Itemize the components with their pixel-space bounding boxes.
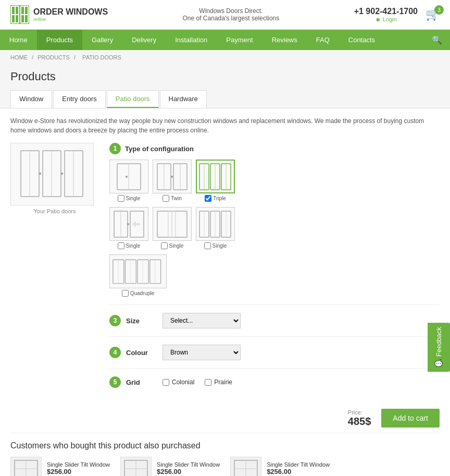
single-r2c-label[interactable]: Single	[204, 242, 227, 249]
feedback-widget-label: Feedback	[435, 327, 443, 357]
svg-point-22	[171, 176, 173, 178]
nav-products[interactable]: Products	[37, 30, 82, 50]
twin-label[interactable]: Twin	[162, 195, 182, 202]
preview-label: Your Patio doors	[10, 208, 99, 214]
breadcrumb-home[interactable]: HOME	[10, 54, 28, 60]
product-price-2: $256.00	[157, 468, 220, 475]
svg-point-32	[127, 223, 129, 225]
products-row: Single Slider Tilt Window $256.00 Add to…	[10, 457, 440, 476]
prairie-checkbox[interactable]	[205, 379, 211, 386]
header-contact: +1 902-421-1700 ☻ Login	[354, 7, 418, 22]
option-single[interactable]: Single	[109, 160, 148, 202]
product-name-3: Single Slider Tilt Window	[267, 461, 330, 468]
product-price-3: $256.00	[267, 468, 330, 475]
tagline-line1: Windows Doors Direct.	[183, 7, 280, 15]
single-r2a-checkbox[interactable]	[118, 242, 124, 249]
preview-box: Your Patio doors	[10, 143, 99, 433]
single-label[interactable]: Single	[118, 195, 141, 202]
product-img-1	[10, 457, 42, 476]
step3-label: Size	[126, 317, 157, 325]
single-door-img	[109, 160, 148, 193]
single-r2b-checkbox[interactable]	[161, 242, 168, 249]
single-r2a-img	[109, 207, 148, 241]
single-r2a-label[interactable]: Single	[118, 242, 141, 249]
twin-door-img	[153, 160, 192, 193]
price-value: 485$	[348, 416, 371, 428]
phone-number: +1 902-421-1700	[354, 7, 418, 16]
twin-checkbox[interactable]	[162, 195, 169, 202]
feedback-widget-icon: 💬	[435, 359, 443, 368]
svg-point-17	[126, 176, 128, 178]
user-icon: ☻	[375, 16, 381, 22]
option-single-r2c[interactable]: Single	[196, 207, 235, 249]
svg-rect-45	[150, 260, 161, 283]
nav-contacts[interactable]: Contacts	[339, 30, 384, 50]
tab-window[interactable]: Window	[10, 90, 52, 108]
config-step-3: 3 Size Select...	[109, 313, 440, 337]
option-quadruple[interactable]: Quadruple	[109, 254, 167, 297]
size-select[interactable]: Select...	[162, 313, 241, 328]
product-card-1: Single Slider Tilt Window $256.00 Add to…	[10, 457, 110, 476]
single-r2b-img	[153, 207, 192, 241]
option-twin[interactable]: Twin	[153, 160, 192, 202]
product-info-2: Single Slider Tilt Window $256.00	[157, 461, 220, 475]
config-options-row1: Single	[109, 160, 440, 202]
option-triple[interactable]: Triple	[196, 160, 235, 202]
price-label: Price:	[348, 409, 371, 416]
product-img-2	[120, 457, 152, 476]
single-checkbox[interactable]	[118, 195, 124, 202]
nav-installation[interactable]: Installation	[166, 30, 217, 50]
step1-label: Type of configuration	[125, 145, 194, 153]
nav-gallery[interactable]: Gallery	[82, 30, 122, 50]
config-panel: 1 Type of configuration	[109, 143, 440, 433]
config-step-4: 4 Colour Brown	[109, 345, 440, 369]
option-single-r2a[interactable]: Single	[109, 207, 148, 249]
quadruple-checkbox[interactable]	[122, 290, 129, 297]
single-r2b-label[interactable]: Single	[161, 242, 184, 249]
config-options-row3: Quadruple	[109, 254, 440, 297]
colonial-text: Colonial	[172, 379, 194, 386]
config-options-row2: Single Single	[109, 207, 440, 249]
cart[interactable]: 🛒 3	[426, 8, 440, 21]
add-to-cart-button[interactable]: Add to cart	[381, 409, 440, 428]
breadcrumb-products[interactable]: PRODUCTS	[38, 54, 70, 60]
prairie-label[interactable]: Prairie	[205, 379, 232, 386]
product-thumb-3: Single Slider Tilt Window $256.00	[230, 457, 330, 476]
quadruple-door-img	[109, 254, 167, 288]
login-link[interactable]: ☻ Login	[354, 16, 418, 22]
configurator: Your Patio doors 1 Type of configuration	[10, 143, 440, 433]
single-r2c-img	[196, 207, 235, 241]
also-purchased: Customers who bought this product also p…	[10, 433, 440, 476]
tab-entry-doors[interactable]: Entry doors	[53, 90, 105, 108]
header-tagline: Windows Doors Direct. One of Canada's la…	[183, 7, 280, 22]
svg-point-14	[61, 173, 63, 175]
feedback-widget[interactable]: 💬 Feedback	[428, 323, 450, 372]
nav-reviews[interactable]: Reviews	[262, 30, 307, 50]
triple-label[interactable]: Triple	[205, 195, 226, 202]
colour-select[interactable]: Brown	[162, 345, 241, 360]
product-img-3	[230, 457, 261, 476]
tab-patio-doors[interactable]: Patio doors	[107, 90, 159, 108]
nav-payment[interactable]: Payment	[217, 30, 262, 50]
search-icon[interactable]: 🔍	[424, 30, 450, 50]
grid-options: Colonial Prairie	[162, 379, 232, 386]
svg-rect-44	[138, 260, 148, 283]
quadruple-label[interactable]: Quadruple	[122, 290, 155, 297]
colonial-label[interactable]: Colonial	[162, 379, 194, 386]
also-purchased-title: Customers who bought this product also p…	[10, 441, 440, 450]
colonial-checkbox[interactable]	[162, 379, 169, 386]
price-area: Price: 485$	[348, 409, 371, 428]
tab-hardware[interactable]: Hardware	[160, 90, 207, 108]
breadcrumb-sep2: /	[74, 54, 76, 60]
single-r2c-checkbox[interactable]	[204, 242, 211, 249]
product-tabs: Window Entry doors Patio doors Hardware	[0, 86, 450, 108]
tagline-line2: One of Canada's largest selections	[183, 15, 280, 22]
nav-home[interactable]: Home	[0, 30, 37, 50]
nav-faq[interactable]: FAQ	[307, 30, 339, 50]
logo-text: ORDER WINDOWS online	[33, 7, 108, 22]
option-single-r2b[interactable]: Single	[153, 207, 192, 249]
prairie-text: Prairie	[214, 379, 232, 386]
triple-checkbox[interactable]	[205, 195, 211, 202]
page-title: Products	[10, 70, 440, 83]
nav-delivery[interactable]: Delivery	[122, 30, 166, 50]
